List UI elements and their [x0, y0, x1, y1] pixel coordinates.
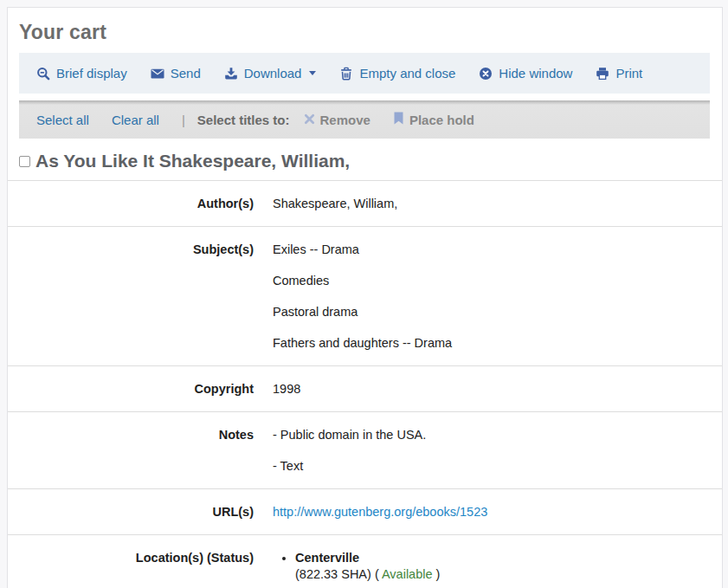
field-label: Location(s) (Status)	[8, 535, 254, 588]
field-label: URL(s)	[8, 489, 254, 535]
print-label: Print	[615, 66, 642, 81]
location-status-line: (822.33 SHA) ( Available )	[295, 566, 722, 583]
field-value: - Public domain in the USA.	[273, 427, 722, 443]
send-label: Send	[171, 66, 201, 81]
cart-window: Your cart Brief display Send Download	[7, 7, 723, 588]
place-hold-button[interactable]: Place hold	[393, 112, 474, 127]
send-button[interactable]: Send	[151, 66, 201, 81]
availability-status: Available	[382, 567, 433, 581]
field-value: Shakespeare, William,	[273, 196, 722, 211]
field-values: Exiles -- DramaComediesPastoral dramaFat…	[254, 227, 722, 366]
envelope-icon	[151, 67, 164, 81]
download-label: Download	[244, 66, 302, 81]
field-value: - Text	[273, 458, 722, 474]
times-icon	[304, 113, 315, 127]
record-checkbox[interactable]	[19, 156, 30, 167]
field-label: Copyright	[8, 366, 254, 412]
cart-toolbar: Brief display Send Download Empty and cl…	[19, 53, 710, 94]
field-row: Copyright1998	[8, 366, 722, 412]
field-value: Pastoral drama	[273, 304, 722, 320]
field-row: Location(s) (Status)Centerville(822.33 S…	[8, 535, 722, 588]
field-row: URL(s)http://www.gutenberg.org/ebooks/15…	[8, 489, 722, 535]
field-values: http://www.gutenberg.org/ebooks/1523	[254, 489, 722, 535]
field-value: Exiles -- Drama	[273, 242, 722, 257]
place-hold-label: Place hold	[409, 113, 474, 127]
record-title-row: As You Like It Shakespeare, William,	[8, 148, 722, 174]
selection-toolbar: Select all Clear all | Select titles to:…	[19, 100, 710, 139]
download-button[interactable]: Download	[224, 66, 317, 81]
page-title: Your cart	[19, 19, 722, 45]
select-titles-label: Select titles to:	[197, 113, 290, 127]
record-fields-body: Author(s)Shakespeare, William,Subject(s)…	[8, 181, 722, 588]
remove-button[interactable]: Remove	[304, 113, 370, 127]
field-values: - Public domain in the USA.- Text	[254, 412, 722, 489]
record-title: As You Like It Shakespeare, William,	[35, 149, 350, 173]
download-icon	[224, 67, 238, 81]
field-row: Notes- Public domain in the USA.- Text	[8, 412, 722, 489]
field-row: Author(s)Shakespeare, William,	[8, 181, 722, 227]
field-value: Comedies	[273, 273, 722, 288]
brief-display-button[interactable]: Brief display	[36, 66, 127, 81]
location-item: Centerville(822.33 SHA) ( Available )	[295, 550, 722, 583]
field-values: Centerville(822.33 SHA) ( Available )	[254, 535, 722, 588]
empty-and-close-label: Empty and close	[359, 66, 455, 81]
trash-icon	[339, 67, 353, 81]
field-value: Fathers and daughters -- Drama	[273, 335, 722, 351]
field-label: Notes	[8, 412, 254, 489]
url-link[interactable]: http://www.gutenberg.org/ebooks/1523	[273, 504, 722, 520]
field-values: Shakespeare, William,	[254, 181, 722, 227]
brief-display-label: Brief display	[56, 66, 127, 81]
caret-down-icon	[309, 71, 316, 75]
hide-window-label: Hide window	[499, 66, 572, 81]
print-button[interactable]: Print	[596, 66, 642, 81]
search-minus-icon	[36, 67, 50, 81]
field-row: Subject(s)Exiles -- DramaComediesPastora…	[8, 227, 722, 366]
print-icon	[596, 67, 609, 81]
clear-all-link[interactable]: Clear all	[112, 113, 159, 127]
field-value: 1998	[273, 381, 722, 397]
toolbar-divider: |	[182, 113, 185, 127]
bookmark-icon	[393, 112, 404, 127]
remove-label: Remove	[320, 113, 370, 127]
field-values: 1998	[254, 366, 722, 412]
field-label: Subject(s)	[8, 227, 254, 366]
field-label: Author(s)	[8, 181, 254, 227]
empty-and-close-button[interactable]: Empty and close	[339, 66, 455, 81]
select-all-link[interactable]: Select all	[36, 113, 89, 127]
location-list: Centerville(822.33 SHA) ( Available )	[273, 550, 722, 583]
location-name: Centerville	[295, 551, 359, 565]
record-fields-table: Author(s)Shakespeare, William,Subject(s)…	[8, 180, 722, 588]
times-circle-icon	[479, 67, 493, 81]
hide-window-button[interactable]: Hide window	[479, 66, 572, 81]
